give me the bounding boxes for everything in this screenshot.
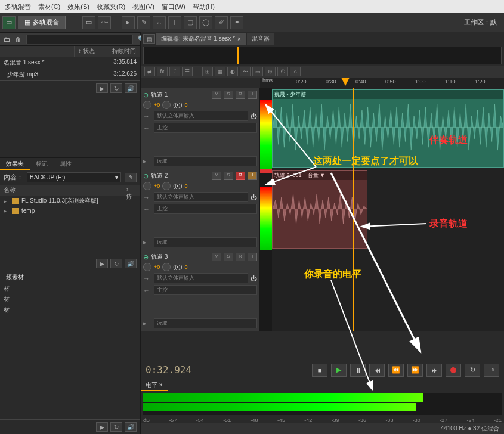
solo-btn[interactable]: S [224,253,233,261]
track-name[interactable]: 轨道 2 [151,172,209,180]
content-dropdown[interactable]: BACKUP (F:)▾ [27,172,121,182]
track-1-content[interactable]: 魏晨 - 少年游 [272,88,504,169]
move-tool[interactable]: ▸ [122,16,135,29]
arm-record-btn[interactable]: R [236,91,245,99]
tt-sends[interactable]: ⤴ [169,67,180,76]
menu-view[interactable]: 视图(V) [132,2,154,11]
input-power-icon[interactable]: ⏻ [251,194,257,201]
track-color-swatch[interactable]: ⊕ [143,91,149,99]
track-output-select[interactable]: 主控 [154,123,257,133]
media-row[interactable]: 材 [0,283,140,294]
tab-levels[interactable]: 电平 × [141,379,168,391]
tt-snap[interactable]: ⊞ [202,67,213,76]
editor-tab-session[interactable]: 编辑器: 未命名混音 1.sesx *× [156,33,246,45]
input-power-icon[interactable]: ⏻ [251,275,257,282]
goto-prev-btn[interactable]: ⏮ [369,364,385,377]
monitor-btn[interactable]: I [248,172,257,180]
monitor-btn[interactable]: I [248,253,257,261]
timecode-display[interactable]: 0:32.924 [146,364,308,376]
play-btn[interactable]: ▶ [96,259,108,268]
col-dur-short[interactable]: ↕ 持 [122,185,140,196]
media-row[interactable]: 材 [0,305,140,315]
tab-media[interactable]: 频素材 [0,271,30,283]
lasso-tool[interactable]: ◯ [199,16,212,29]
tool-btn-2[interactable]: 〰 [98,16,111,29]
mute-btn[interactable]: M [212,172,221,180]
file-row[interactable]: 名混音 1.sesx * 3:35.814 [0,57,140,69]
track-name[interactable]: 轨道 3 [151,253,209,261]
overview-playhead[interactable] [237,47,239,64]
col-duration[interactable]: 持续时间 [104,46,140,57]
folder-icon[interactable]: 🗀 [4,36,10,43]
rewind-btn[interactable]: ⏪ [388,364,404,377]
tt-ripple[interactable]: ◐ [227,67,238,76]
track-input-select[interactable]: 默认立体声输入 [154,273,248,283]
slip-tool[interactable]: ↔ [153,16,166,29]
loop-file-btn[interactable]: ↻ [110,83,122,93]
monitor-btn[interactable]: I [248,91,257,99]
multitrack-mode-tab[interactable]: ▦ 多轨混音 [18,16,66,29]
track-input-select[interactable]: 默认立体声输入 [154,111,248,121]
menu-window[interactable]: 窗口(W) [162,2,185,11]
files-search-input[interactable] [26,35,133,44]
track-name[interactable]: 轨道 1 [151,91,209,99]
solo-btn[interactable]: S [224,172,233,180]
autoplay-btn[interactable]: 🔊 [125,259,137,268]
editor-tab-mixer[interactable]: 混音器 [247,33,274,45]
audio-clip-1[interactable]: 魏晨 - 少年游 [272,89,504,168]
volume-knob[interactable] [143,182,151,190]
col-status[interactable]: ↕ 状态 [75,46,104,57]
menu-multitrack[interactable]: 多轨混音 [5,2,31,11]
stop-btn[interactable]: ■ [312,364,327,377]
pan-knob[interactable] [162,182,171,190]
tab-effects-rack[interactable]: 效果夹 [0,158,30,170]
track-input-select[interactable]: 默认立体声输入 [154,192,248,202]
tt-env[interactable]: 〜 [240,67,251,76]
tt-magnet[interactable]: ∩ [290,67,301,76]
timeline-ruler[interactable]: hms 0:20 0:30 0:40 0:50 1:00 1:10 1:20 1… [260,78,504,88]
razor-tool[interactable]: ✎ [137,16,150,29]
tab-properties[interactable]: 属性 [54,158,78,170]
menu-clip[interactable]: 素材(C) [38,2,60,11]
tt-metronome[interactable]: ⏲ [277,67,288,76]
tt-eq[interactable]: ☰ [182,67,193,76]
record-btn[interactable] [446,364,461,377]
track-output-select[interactable]: 主控 [154,285,257,295]
volume-knob[interactable] [143,101,151,109]
panel-menu-btn[interactable]: ▤ [143,34,155,44]
spot-heal-tool[interactable]: ✦ [230,16,243,29]
brush-tool[interactable]: ✐ [215,16,228,29]
goto-next-btn[interactable]: ⏭ [426,364,442,377]
autoplay-btn[interactable]: 🔊 [125,422,137,432]
menu-favorites[interactable]: 收藏夹(R) [97,2,125,11]
loop-btn[interactable]: ↻ [110,259,122,268]
play-btn[interactable]: ▶ [96,422,108,432]
playhead-marker[interactable] [341,78,350,86]
waveform-view-btn[interactable]: ▭ [2,16,16,29]
menu-help[interactable]: 帮助(H) [193,2,215,11]
play-file-btn[interactable]: ▶ [96,83,108,93]
input-power-icon[interactable]: ⏻ [251,113,257,120]
pan-knob[interactable] [162,101,171,109]
pause-btn[interactable]: ⏸ [350,364,366,377]
loop-btn[interactable]: ↻ [110,422,122,432]
skip-btn[interactable]: ⇥ [484,364,499,377]
pan-knob[interactable] [162,263,171,271]
automation-mode-select[interactable]: 读取 [154,237,257,247]
autoplay-btn[interactable]: 🔊 [125,83,137,93]
marquee-tool[interactable]: ▢ [184,16,197,29]
overview-bar[interactable] [143,46,502,64]
tt-group[interactable]: ▦ [215,67,225,76]
arm-record-btn[interactable]: R [236,253,245,261]
folder-row[interactable]: ▸ temp [0,206,140,215]
tt-inputs[interactable]: ⇄ [144,67,155,76]
solo-btn[interactable]: S [224,91,233,99]
tt-fx[interactable]: fx [157,67,168,76]
trash-icon[interactable]: 🗑 [15,36,21,43]
tool-btn-1[interactable]: ▭ [82,16,95,29]
forward-btn[interactable]: ⏩ [407,364,423,377]
close-icon[interactable]: × [237,36,241,42]
track-output-select[interactable]: 主控 [154,204,257,214]
automation-mode-select[interactable]: 读取 [154,318,257,328]
mute-btn[interactable]: M [212,253,221,261]
